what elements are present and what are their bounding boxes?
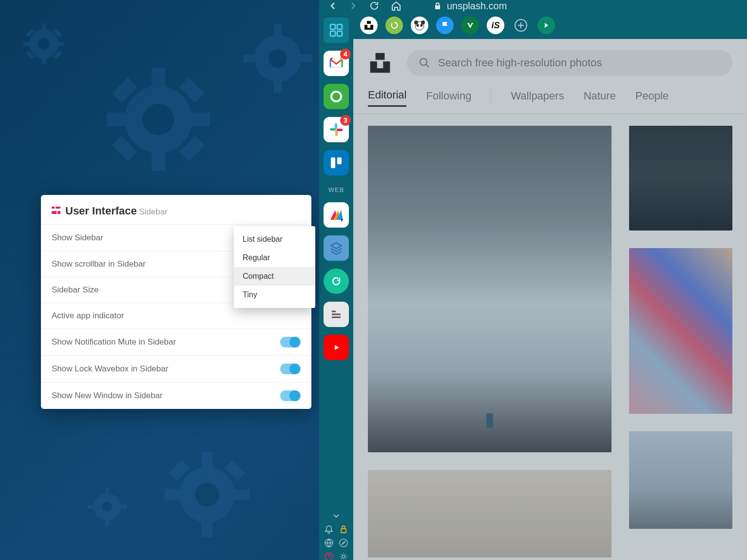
svg-rect-48 xyxy=(337,129,343,131)
photo-blur[interactable] xyxy=(368,470,612,558)
dropdown-option-list[interactable]: List sidebar xyxy=(234,230,315,249)
chevron-down-icon[interactable] xyxy=(331,511,341,522)
app-gmail[interactable]: 4 xyxy=(324,51,349,76)
svg-rect-23 xyxy=(244,55,258,62)
app-grid-icon[interactable] xyxy=(324,18,349,43)
lock-icon[interactable] xyxy=(339,524,348,536)
layout-icon xyxy=(52,207,60,215)
ext-add[interactable] xyxy=(512,17,530,34)
photo-gallery xyxy=(353,114,747,560)
svg-rect-49 xyxy=(331,157,335,168)
svg-rect-1 xyxy=(42,23,46,32)
ext-unsplash[interactable] xyxy=(360,17,378,34)
sidebar-size-dropdown: List sidebar Regular Compact Tiny xyxy=(234,226,315,308)
dropdown-option-compact[interactable]: Compact xyxy=(234,267,315,286)
page-content: Editorial Following Wallpapers Nature Pe… xyxy=(353,39,747,560)
nav-tabs: Editorial Following Wallpapers Nature Pe… xyxy=(353,85,747,114)
settings-title: User Interface xyxy=(65,205,137,217)
svg-rect-28 xyxy=(105,520,109,526)
svg-rect-43 xyxy=(337,31,342,36)
settings-subtitle: Sidebar xyxy=(139,207,168,216)
toggle-mute[interactable] xyxy=(280,337,301,348)
svg-rect-47 xyxy=(335,130,338,136)
app-grammarly[interactable] xyxy=(324,269,349,294)
extension-bar: iS xyxy=(353,12,747,39)
app-slack[interactable]: 3 xyxy=(324,117,349,142)
svg-point-63 xyxy=(417,24,419,27)
svg-point-31 xyxy=(102,502,112,512)
svg-point-64 xyxy=(421,24,423,27)
ext-panda[interactable] xyxy=(411,17,428,34)
help-icon[interactable] xyxy=(324,552,334,560)
ext-green-spiral[interactable] xyxy=(385,17,403,34)
svg-rect-14 xyxy=(188,113,210,126)
compass-icon[interactable] xyxy=(339,538,348,550)
ext-v[interactable] xyxy=(461,17,479,34)
url-bar[interactable]: unsplash.com xyxy=(433,0,507,12)
unsplash-logo[interactable] xyxy=(368,51,392,75)
app-youtube[interactable] xyxy=(324,335,349,360)
ext-arrow[interactable] xyxy=(537,17,555,34)
search-bar[interactable] xyxy=(407,50,732,76)
back-button[interactable] xyxy=(328,1,338,11)
app-trello[interactable] xyxy=(324,150,349,175)
dropdown-option-regular[interactable]: Regular xyxy=(234,249,315,267)
svg-point-61 xyxy=(414,20,418,24)
ext-is[interactable]: iS xyxy=(487,17,504,34)
svg-rect-12 xyxy=(152,149,165,171)
toggle-new-window[interactable] xyxy=(280,390,301,401)
app-layers[interactable] xyxy=(324,235,349,261)
svg-rect-36 xyxy=(231,489,249,501)
lock-icon xyxy=(433,1,442,10)
tab-people[interactable]: People xyxy=(635,86,669,106)
app-colors[interactable] xyxy=(324,202,349,228)
nav-separator xyxy=(491,86,491,106)
search-icon xyxy=(419,57,430,69)
tab-following[interactable]: Following xyxy=(426,86,471,106)
svg-point-9 xyxy=(38,38,50,50)
svg-rect-45 xyxy=(335,123,337,129)
photo-graffiti[interactable] xyxy=(629,248,732,414)
svg-rect-54 xyxy=(341,529,346,533)
svg-rect-50 xyxy=(337,157,342,164)
svg-rect-21 xyxy=(274,24,282,39)
svg-rect-27 xyxy=(105,487,109,494)
setting-label: Show Sidebar xyxy=(52,233,103,243)
svg-rect-2 xyxy=(42,56,46,64)
tab-editorial[interactable]: Editorial xyxy=(368,85,406,107)
svg-rect-22 xyxy=(274,79,282,93)
svg-rect-34 xyxy=(202,519,213,537)
ext-flag[interactable] xyxy=(436,17,454,34)
svg-rect-4 xyxy=(56,42,64,46)
app-lines[interactable] xyxy=(324,302,349,327)
gear-icon[interactable] xyxy=(339,552,348,560)
svg-rect-41 xyxy=(337,24,342,29)
photo-building[interactable] xyxy=(629,431,732,529)
reload-button[interactable] xyxy=(369,0,380,11)
forward-button[interactable] xyxy=(348,1,358,11)
content-area: iS xyxy=(353,12,747,560)
app-green[interactable] xyxy=(324,84,349,109)
toggle-lock[interactable] xyxy=(280,364,301,374)
svg-rect-24 xyxy=(298,55,312,62)
dropdown-option-tiny[interactable]: Tiny xyxy=(234,286,315,304)
svg-rect-11 xyxy=(152,68,165,90)
home-button[interactable] xyxy=(390,0,402,12)
bell-icon[interactable] xyxy=(324,524,334,536)
search-input[interactable] xyxy=(438,57,721,69)
svg-rect-40 xyxy=(330,24,335,29)
svg-rect-35 xyxy=(165,489,183,501)
svg-rect-3 xyxy=(23,42,32,46)
site-header xyxy=(353,39,747,85)
web-label: WEB xyxy=(328,186,345,193)
svg-point-62 xyxy=(421,20,425,24)
photo-waterfall[interactable] xyxy=(368,126,612,452)
photo-lake[interactable] xyxy=(629,126,732,231)
setting-label: Show Lock Wavebox in Sidebar xyxy=(52,364,168,374)
setting-mute: Show Notification Mute in Sidebar xyxy=(41,328,311,355)
gmail-badge: 4 xyxy=(340,49,351,59)
svg-rect-46 xyxy=(330,128,336,131)
tab-wallpapers[interactable]: Wallpapers xyxy=(511,86,564,106)
tab-nature[interactable]: Nature xyxy=(584,86,616,106)
globe-icon[interactable] xyxy=(324,538,334,550)
